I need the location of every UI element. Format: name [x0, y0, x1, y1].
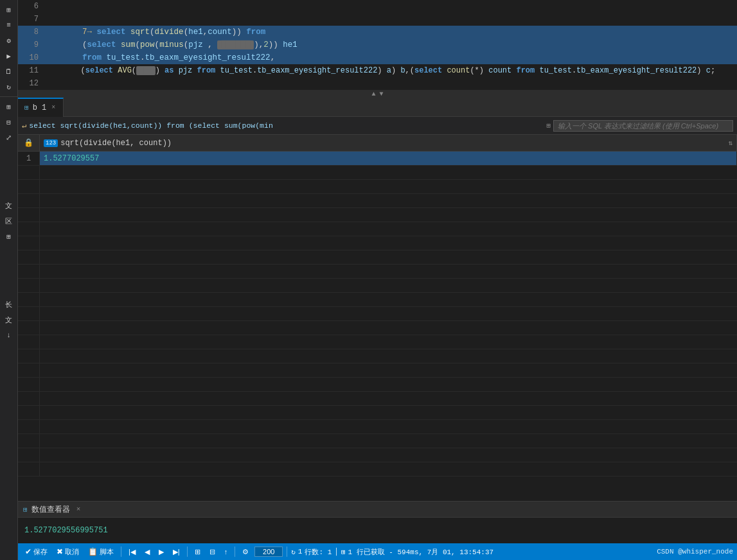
editor-line-6: 6 — [18, 0, 737, 13]
value-viewer-icon: ⊞ — [23, 505, 28, 514]
nav-first-icon: |◀ — [129, 548, 136, 556]
tab-close-button[interactable]: × — [50, 103, 57, 112]
empty-row-18 — [18, 392, 737, 406]
sidebar-icon-11[interactable]: ⊞ — [2, 229, 16, 243]
sidebar-icon-5[interactable]: ↻ — [2, 80, 16, 94]
tab-label: b 1 — [33, 103, 47, 112]
sidebar-icon-13[interactable]: 文 — [2, 313, 16, 327]
column-sort-icon[interactable]: ⇅ — [728, 139, 733, 147]
empty-row-8 — [18, 250, 737, 265]
empty-row-num-19 — [18, 406, 40, 419]
cancel-icon: ✖ — [57, 547, 63, 556]
script-button[interactable]: 📋 脚本 — [85, 545, 117, 558]
empty-row-num-13 — [18, 321, 40, 335]
separator-4 — [287, 547, 287, 557]
main-area: 6 7 7→ select sqrt(divide(he1,count)) fr… — [18, 0, 737, 560]
filter-input[interactable] — [553, 120, 733, 132]
empty-cell-5 — [40, 208, 737, 222]
value-viewer-close-button[interactable]: × — [76, 505, 81, 513]
import-button[interactable]: ⊞ — [191, 545, 204, 558]
empty-cell-17 — [40, 378, 737, 391]
sidebar-icon-4[interactable]: 🗒 — [2, 64, 16, 78]
empty-row-12 — [18, 307, 737, 321]
script-label: 脚本 — [100, 547, 114, 557]
empty-cell-7 — [40, 236, 737, 250]
empty-cell-9 — [40, 265, 737, 278]
empty-cell-15 — [40, 349, 737, 363]
value-viewer-value: 1.5277029556995751 — [24, 526, 108, 535]
sidebar-icon-9[interactable]: 文 — [2, 198, 16, 213]
table-row[interactable]: 1 1.5277029557 — [18, 152, 737, 166]
save-button[interactable]: ✔ 保存 — [22, 545, 51, 558]
empty-cell-19 — [40, 406, 737, 419]
status-separator: │ — [334, 548, 339, 556]
nav-last-button[interactable]: ▶| — [170, 545, 183, 558]
status-rows-count: 1 — [298, 548, 303, 556]
empty-row-19 — [18, 406, 737, 420]
result-tab[interactable]: ⊞ b 1 × — [18, 98, 64, 117]
empty-row-11 — [18, 293, 737, 307]
sidebar-icon-1[interactable]: ≡ — [2, 18, 16, 32]
save-label: 保存 — [33, 547, 48, 557]
query-text: select sqrt(divide(he1,count)) from (sel… — [29, 121, 544, 130]
tab-bar: ⊞ b 1 × — [18, 98, 737, 117]
empty-cell-4 — [40, 194, 737, 207]
data-cell-1-1[interactable]: 1.5277029557 — [40, 152, 737, 165]
sidebar-icon-6[interactable]: ⊞ — [2, 100, 16, 114]
empty-row-10 — [18, 279, 737, 293]
cancel-label: 取消 — [65, 547, 79, 557]
bottom-toolbar: ✔ 保存 ✖ 取消 📋 脚本 |◀ ◀ ▶ ▶| — [18, 543, 737, 560]
sidebar-icon-2[interactable]: ⚙ — [2, 33, 16, 48]
tab-grid-icon: ⊞ — [24, 103, 29, 112]
horizontal-scroll[interactable]: ▲ ▼ — [18, 90, 737, 98]
line-num-12: 12 — [18, 77, 44, 90]
empty-row-num-8 — [18, 250, 40, 264]
nav-first-button[interactable]: |◀ — [125, 545, 139, 558]
sql-editor[interactable]: 6 7 7→ select sqrt(divide(he1,count)) fr… — [18, 0, 737, 98]
settings-button[interactable]: ⚙ — [239, 545, 252, 558]
branding-label: CSDN @whisper_node — [657, 548, 733, 556]
empty-cell-14 — [40, 335, 737, 349]
column-header[interactable]: 123 sqrt(divide(he1, count)) ⇅ — [40, 135, 737, 151]
empty-row-num-20 — [18, 420, 40, 433]
cancel-button[interactable]: ✖ 取消 — [53, 545, 82, 558]
export-icon: ⊟ — [209, 548, 215, 556]
empty-row-15 — [18, 349, 737, 363]
value-viewer-content: 1.5277029556995751 — [18, 518, 737, 543]
upload-icon: ↑ — [224, 548, 228, 556]
upload-button[interactable]: ↑ — [221, 545, 231, 558]
sidebar-icon-14[interactable]: ↓ — [2, 328, 16, 342]
sidebar-icon-0[interactable]: ⊞ — [2, 3, 16, 17]
value-viewer-label: 数值查看器 — [31, 504, 70, 515]
line-content-10: (select AVG(███) as pjz from tu_test.tb_… — [44, 51, 737, 90]
sidebar-icon-7[interactable]: ⊟ — [2, 115, 16, 129]
settings-icon: ⚙ — [242, 548, 249, 556]
empty-cell-6 — [40, 222, 737, 236]
import-icon: ⊞ — [195, 548, 200, 556]
empty-row-22 — [18, 448, 737, 462]
empty-row-7 — [18, 236, 737, 250]
nav-next-button[interactable]: ▶ — [155, 545, 167, 558]
editor-line-7: 7 7→ select sqrt(divide(he1,count)) from — [18, 13, 737, 26]
nav-prev-button[interactable]: ◀ — [141, 545, 153, 558]
empty-row-num-9 — [18, 265, 40, 278]
export-button[interactable]: ⊟ — [206, 545, 218, 558]
empty-row-16 — [18, 363, 737, 378]
limit-input[interactable] — [254, 547, 283, 557]
sidebar: ⊞ ≡ ⚙ ▶ 🗒 ↻ ⊞ ⊟ ⤢ 文 区 ⊞ 长 文 ↓ — [0, 0, 18, 560]
status-db-icon: ⊞ — [341, 548, 346, 556]
scroll-arrows: ▲ ▼ — [371, 91, 383, 98]
sidebar-icon-10[interactable]: 区 — [2, 214, 16, 228]
line-num-10: 10 — [18, 51, 44, 64]
empty-cell-2 — [40, 166, 737, 179]
sidebar-icon-12[interactable]: 长 — [2, 297, 16, 311]
empty-cell-16 — [40, 363, 737, 377]
empty-row-num-10 — [18, 279, 40, 292]
sidebar-icon-3[interactable]: ▶ — [2, 49, 16, 63]
empty-row-num-7 — [18, 236, 40, 250]
sidebar-icon-8[interactable]: ⤢ — [2, 130, 16, 144]
empty-row-num-16 — [18, 363, 40, 377]
save-icon: ✔ — [25, 547, 31, 556]
empty-row-num-23 — [18, 462, 40, 476]
empty-row-num-17 — [18, 378, 40, 391]
